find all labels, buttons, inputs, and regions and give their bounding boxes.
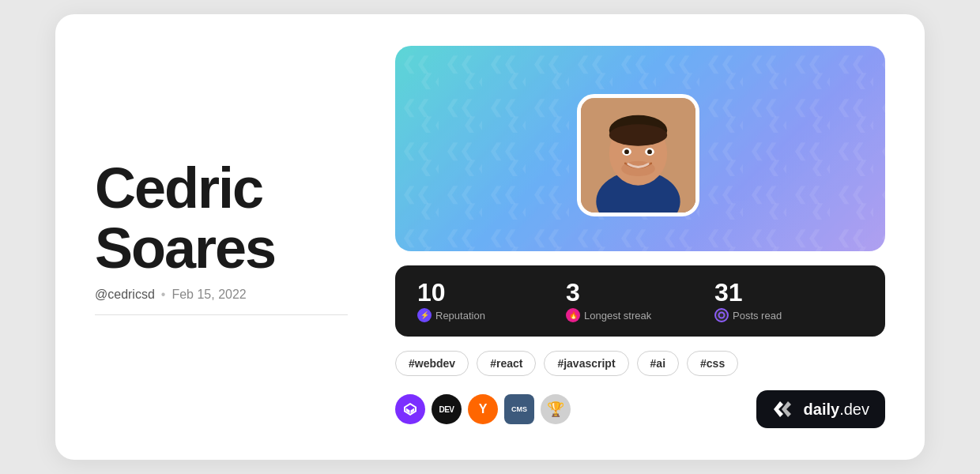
tags-row: #webdev #react #javascript #ai #css bbox=[395, 351, 885, 376]
tag-react[interactable]: #react bbox=[477, 351, 536, 376]
posts-read-label-row: Posts read bbox=[714, 308, 863, 322]
daily-dev-text: daily.dev bbox=[804, 401, 869, 419]
source-cms[interactable]: CMS bbox=[504, 394, 534, 424]
avatar-container bbox=[577, 94, 703, 251]
tag-ai[interactable]: #ai bbox=[637, 351, 679, 376]
stat-streak: 3 🔥 Longest streak bbox=[566, 280, 714, 322]
svg-point-11 bbox=[624, 149, 629, 154]
reputation-label-row: ⚡ Reputation bbox=[417, 308, 566, 322]
first-name: Cedric bbox=[95, 156, 262, 220]
streak-label-row: 🔥 Longest streak bbox=[566, 308, 714, 322]
streak-label: Longest streak bbox=[584, 310, 651, 322]
posts-read-label: Posts read bbox=[733, 310, 782, 322]
tag-css[interactable]: #css bbox=[687, 351, 738, 376]
left-section: Cedric Soares @cedricsd • Feb 15, 2022 bbox=[95, 159, 348, 315]
profile-banner: ❮❮ ❮❮ bbox=[395, 46, 885, 251]
streak-value: 3 bbox=[566, 280, 714, 305]
divider bbox=[95, 314, 348, 315]
profile-card: Cedric Soares @cedricsd • Feb 15, 2022 ❮… bbox=[55, 14, 925, 460]
source-dev[interactable]: DEV bbox=[432, 394, 462, 424]
user-name: Cedric Soares bbox=[95, 159, 348, 278]
bottom-row: DEV Y CMS 🏆 daily.dev bbox=[395, 390, 885, 428]
posts-read-value: 31 bbox=[714, 280, 863, 305]
source-trophy[interactable]: 🏆 bbox=[541, 394, 571, 424]
svg-point-14 bbox=[719, 313, 725, 318]
avatar-image bbox=[581, 96, 695, 215]
posts-read-icon bbox=[714, 308, 729, 322]
last-name: Soares bbox=[95, 216, 275, 280]
svg-point-12 bbox=[647, 149, 652, 154]
tag-javascript[interactable]: #javascript bbox=[544, 351, 628, 376]
daily-dev-icon bbox=[772, 398, 797, 420]
reputation-label: Reputation bbox=[435, 310, 485, 322]
svg-point-13 bbox=[621, 160, 655, 175]
reputation-value: 10 bbox=[417, 280, 566, 305]
svg-point-8 bbox=[609, 124, 667, 145]
right-section: ❮❮ ❮❮ bbox=[395, 46, 885, 428]
user-meta: @cedricsd • Feb 15, 2022 bbox=[95, 288, 348, 302]
source-codepen[interactable] bbox=[395, 394, 425, 424]
source-hackernews[interactable]: Y bbox=[468, 394, 498, 424]
stat-reputation: 10 ⚡ Reputation bbox=[417, 280, 566, 322]
streak-icon: 🔥 bbox=[566, 308, 580, 322]
stat-posts-read: 31 Posts read bbox=[714, 280, 863, 322]
user-handle: @cedricsd bbox=[95, 288, 155, 302]
join-date: Feb 15, 2022 bbox=[172, 288, 246, 302]
separator-dot: • bbox=[161, 288, 166, 302]
source-icons: DEV Y CMS 🏆 bbox=[395, 394, 571, 424]
tag-webdev[interactable]: #webdev bbox=[395, 351, 469, 376]
stats-bar: 10 ⚡ Reputation 3 🔥 Longest streak bbox=[395, 265, 885, 337]
reputation-icon: ⚡ bbox=[417, 308, 432, 322]
avatar bbox=[577, 94, 699, 216]
daily-dev-logo: daily.dev bbox=[756, 390, 885, 428]
